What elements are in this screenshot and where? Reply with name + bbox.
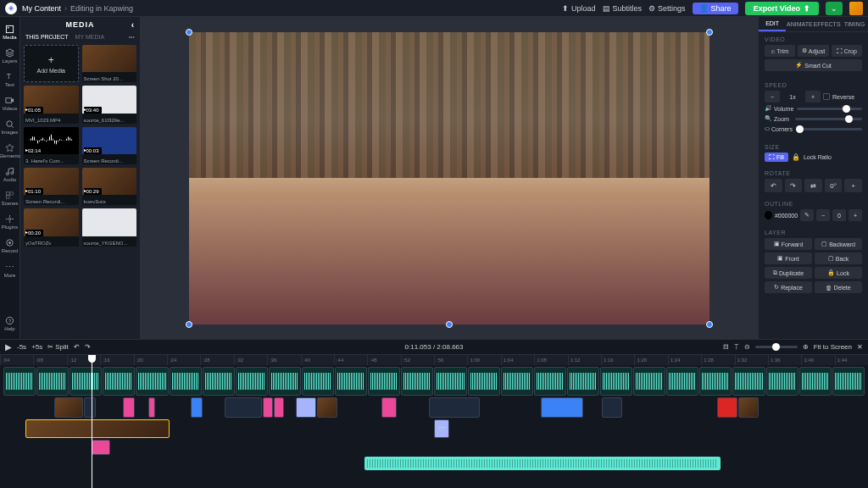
rail-record[interactable]: Record bbox=[0, 234, 19, 258]
resize-handle-tr[interactable] bbox=[706, 29, 713, 36]
playhead[interactable] bbox=[92, 355, 92, 488]
filmstrip-frame[interactable] bbox=[136, 367, 168, 396]
clip[interactable] bbox=[84, 397, 96, 418]
filmstrip-frame[interactable] bbox=[567, 367, 599, 396]
crop-button[interactable]: ⛶Crop bbox=[832, 45, 862, 57]
text-clip[interactable]: Tᴛ bbox=[434, 419, 449, 438]
clip[interactable] bbox=[274, 397, 284, 418]
rail-more[interactable]: ⋯More bbox=[0, 258, 19, 282]
trim-button[interactable]: ⎌Trim bbox=[765, 45, 795, 57]
filmstrip-frame[interactable] bbox=[666, 367, 698, 396]
tab-edit[interactable]: EDIT bbox=[759, 17, 786, 31]
filmstrip-frame[interactable] bbox=[600, 367, 632, 396]
clip-selected[interactable] bbox=[25, 419, 170, 438]
media-item[interactable]: 00:20▸yOaTROZv bbox=[24, 208, 79, 246]
fwd-5s[interactable]: +5s bbox=[31, 343, 42, 351]
filmstrip-frame[interactable] bbox=[236, 367, 268, 396]
timeline-ruler[interactable]: :04:08:12:16:20:24:28:32:36:40:44:48:52:… bbox=[0, 355, 868, 365]
filmstrip-frame[interactable] bbox=[501, 367, 533, 396]
rotate-cw[interactable]: ↷ bbox=[785, 179, 803, 192]
tab-animate[interactable]: ANIMATE bbox=[786, 17, 813, 31]
filmstrip-frame[interactable] bbox=[633, 367, 665, 396]
magnet-toggle[interactable]: ⊟ bbox=[723, 343, 729, 351]
filmstrip-frame[interactable] bbox=[832, 367, 865, 396]
rail-help[interactable]: ?Help bbox=[0, 312, 19, 336]
export-button[interactable]: Export Video⬆ bbox=[745, 2, 819, 15]
speed-decrease[interactable]: − bbox=[765, 91, 780, 103]
media-item[interactable]: 00:03▸Screen Recordi... bbox=[82, 127, 137, 164]
speed-increase[interactable]: + bbox=[805, 91, 821, 103]
filmstrip-frame[interactable] bbox=[203, 367, 235, 396]
media-item[interactable]: 00:29▸kuwv3ucs bbox=[82, 168, 137, 205]
rail-media[interactable]: Media bbox=[0, 20, 19, 44]
media-item[interactable]: 01:10▸Screen Recordi... bbox=[24, 168, 79, 205]
media-item[interactable]: source_YKGENO... bbox=[82, 208, 137, 246]
breadcrumb-root[interactable]: My Content bbox=[22, 4, 61, 13]
lock-button[interactable]: 🔒Lock bbox=[815, 267, 862, 279]
filmstrip-frame[interactable] bbox=[170, 367, 202, 396]
rotate-ccw[interactable]: ↶ bbox=[765, 179, 782, 192]
upload-button[interactable]: ⬆Upload bbox=[562, 4, 596, 13]
video-canvas[interactable] bbox=[189, 32, 709, 324]
rail-images[interactable]: Images bbox=[0, 115, 19, 139]
close-timeline[interactable]: ✕ bbox=[857, 343, 863, 351]
rail-plugins[interactable]: Plugins bbox=[0, 210, 19, 234]
clip[interactable] bbox=[296, 397, 316, 418]
media-item[interactable]: 01:05▸MVI_1023.MP4 bbox=[24, 86, 79, 123]
timeline-body[interactable]: :04:08:12:16:20:24:28:32:36:40:44:48:52:… bbox=[0, 355, 868, 488]
outline-minus[interactable]: − bbox=[816, 209, 830, 221]
duplicate-button[interactable]: ⧉Duplicate bbox=[765, 267, 812, 279]
rail-elements[interactable]: Elements bbox=[0, 139, 19, 163]
undo-button[interactable]: ↶ bbox=[74, 343, 80, 351]
delete-button[interactable]: 🗑Delete bbox=[815, 281, 862, 293]
rail-scenes[interactable]: Scenes bbox=[0, 186, 19, 210]
clip[interactable] bbox=[123, 397, 135, 418]
clip[interactable] bbox=[717, 397, 737, 418]
outline-picker[interactable]: ✎ bbox=[800, 209, 814, 221]
clip[interactable] bbox=[429, 397, 480, 418]
filmstrip-frame[interactable] bbox=[434, 367, 466, 396]
filmstrip-frame[interactable] bbox=[3, 367, 36, 396]
filmstrip-frame[interactable] bbox=[302, 367, 334, 396]
subtitles-button[interactable]: ▤Subtitles bbox=[603, 4, 643, 13]
filmstrip-frame[interactable] bbox=[732, 367, 765, 396]
filmstrip-frame[interactable] bbox=[335, 367, 367, 396]
rotate-add[interactable]: + bbox=[844, 179, 862, 192]
front-button[interactable]: ▣Front bbox=[765, 252, 812, 264]
zoom-out[interactable]: ⊖ bbox=[744, 343, 750, 351]
filmstrip-frame[interactable] bbox=[70, 367, 102, 396]
split-button[interactable]: ✂Split bbox=[47, 343, 69, 351]
clip[interactable] bbox=[541, 397, 583, 418]
rail-layers[interactable]: Layers bbox=[0, 44, 19, 68]
lock-icon[interactable]: 🔒 bbox=[792, 153, 800, 161]
corners-slider[interactable] bbox=[796, 128, 862, 130]
breadcrumb[interactable]: My Content›Editing in Kapwing bbox=[22, 4, 133, 13]
filmstrip-frame[interactable] bbox=[36, 367, 69, 396]
filmstrip-frame[interactable] bbox=[103, 367, 135, 396]
rail-videos[interactable]: Videos bbox=[0, 92, 19, 115]
user-avatar[interactable] bbox=[849, 2, 863, 15]
media-tab-mine[interactable]: MY MEDIA bbox=[75, 34, 105, 40]
clip[interactable] bbox=[381, 397, 397, 418]
filmstrip-frame[interactable] bbox=[269, 367, 301, 396]
fill-button[interactable]: ⛶ Fill bbox=[765, 152, 788, 162]
play-button[interactable]: ▶ bbox=[5, 342, 12, 352]
video-track-1[interactable] bbox=[3, 367, 865, 396]
resize-handle-tl[interactable] bbox=[186, 29, 192, 36]
filmstrip-frame[interactable] bbox=[699, 367, 732, 396]
clip[interactable] bbox=[54, 397, 83, 418]
media-tab-more[interactable]: ••• bbox=[129, 34, 135, 40]
app-logo[interactable]: ◈ bbox=[5, 3, 17, 14]
add-media-button[interactable]: +Add Media bbox=[24, 45, 79, 82]
resize-handle-bl[interactable] bbox=[186, 321, 192, 328]
filmstrip-frame[interactable] bbox=[534, 367, 566, 396]
tab-timing[interactable]: TIMING bbox=[841, 17, 868, 31]
filmstrip-frame[interactable] bbox=[766, 367, 798, 396]
filmstrip-frame[interactable] bbox=[799, 367, 832, 396]
clip[interactable] bbox=[602, 397, 622, 418]
resize-handle-bc[interactable] bbox=[446, 321, 453, 328]
audio-track[interactable] bbox=[364, 457, 721, 470]
filmstrip-frame[interactable] bbox=[368, 367, 400, 396]
filmstrip-frame[interactable] bbox=[468, 367, 500, 396]
rail-text[interactable]: TText bbox=[0, 68, 19, 92]
